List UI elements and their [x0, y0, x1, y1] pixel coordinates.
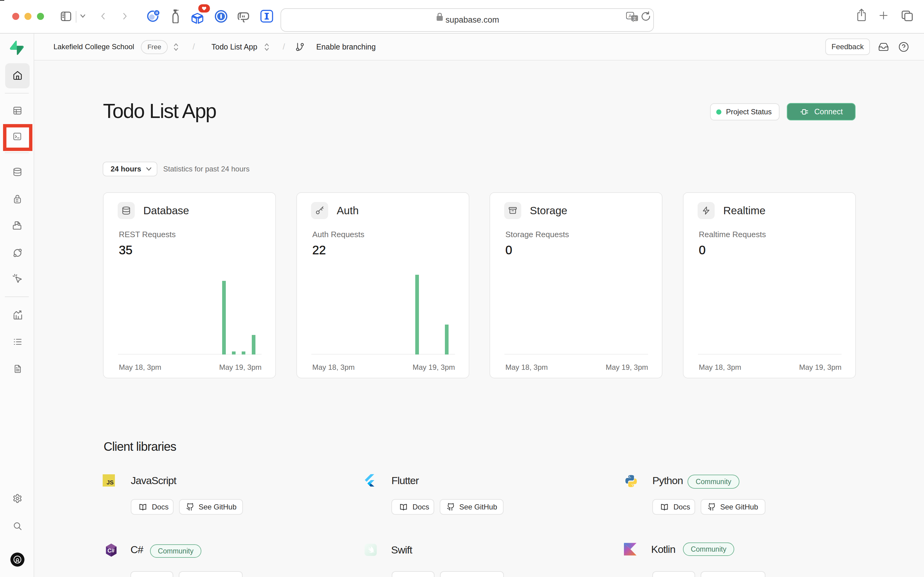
svg-text:C#: C# — [108, 548, 114, 554]
svg-text:A: A — [629, 13, 632, 18]
svg-text:文: 文 — [633, 16, 637, 21]
